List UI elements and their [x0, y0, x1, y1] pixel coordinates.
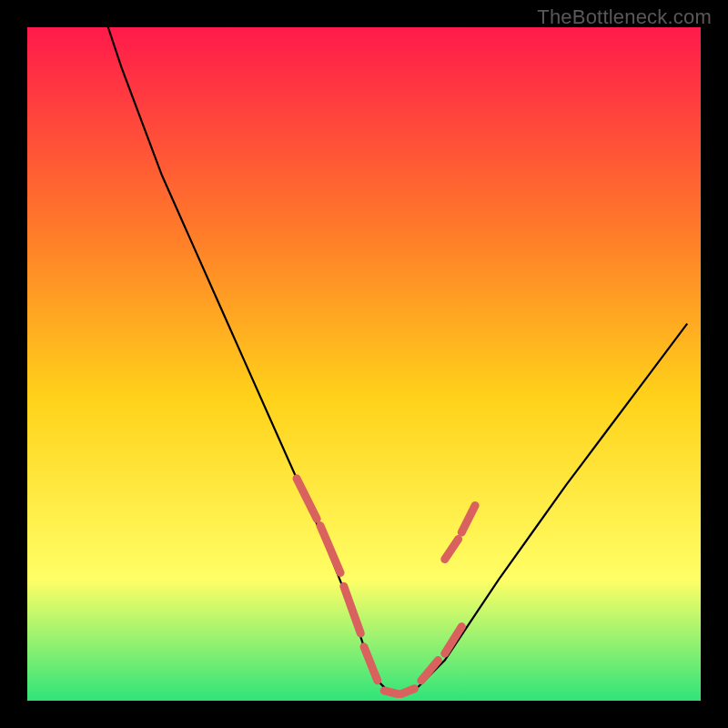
highlight-dash	[401, 689, 415, 694]
gradient-background	[27, 27, 701, 701]
watermark-text: TheBottleneck.com	[537, 5, 712, 29]
chart-area	[27, 27, 701, 701]
chart-svg	[27, 27, 701, 701]
highlight-dash	[384, 691, 398, 694]
